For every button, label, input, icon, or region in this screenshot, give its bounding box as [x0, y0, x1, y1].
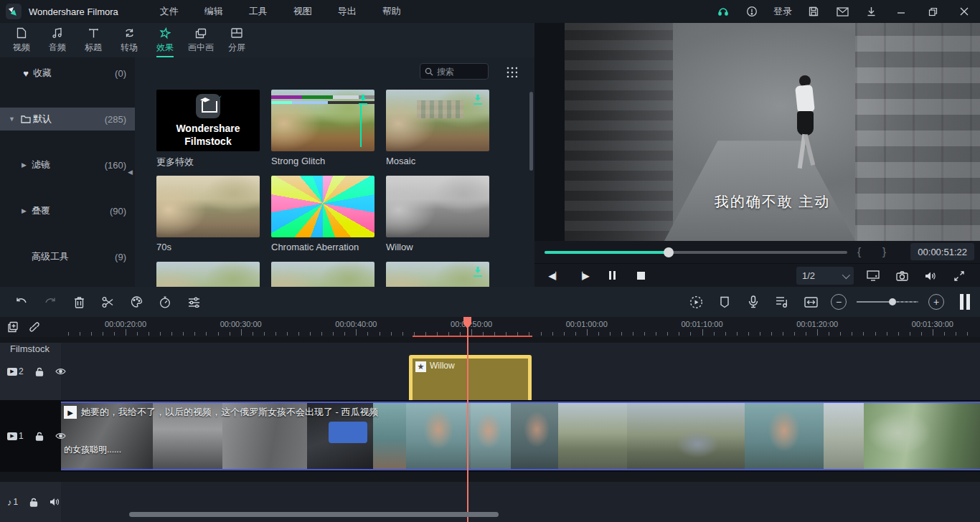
video-track-1[interactable]: ▶ 她要的，我给不了，以后的视频，这个俄罗斯女孩不会出现了 - 西瓜视频 的女孩… [0, 400, 980, 472]
mail-icon[interactable] [828, 0, 857, 23]
support-headset-icon[interactable] [709, 0, 738, 23]
fullscreen-icon[interactable] [945, 264, 974, 288]
info-icon[interactable] [738, 0, 766, 23]
record-voiceover-mic-icon[interactable] [739, 287, 768, 317]
effect-item-Chromatic Aberration[interactable]: Chromatic Aberration [271, 176, 374, 253]
tab-视频[interactable]: 视频 [4, 23, 39, 57]
effect-item-Willow[interactable]: Willow [386, 176, 489, 253]
marker-icon[interactable] [710, 287, 739, 317]
close-button[interactable] [948, 0, 980, 23]
lock-icon[interactable] [29, 498, 38, 507]
vertical-bars-icon[interactable] [960, 294, 970, 310]
minimize-button[interactable] [885, 0, 917, 23]
mark-out-button[interactable]: } [882, 245, 886, 257]
mark-in-button[interactable]: { [857, 245, 861, 257]
effect-item-row3-7[interactable] [271, 262, 374, 287]
timeline-zoom-slider[interactable] [857, 287, 918, 317]
login-button[interactable]: 登录 [766, 5, 799, 18]
download-effect-icon[interactable] [357, 94, 369, 107]
previous-frame-button[interactable]: ◀▏ [540, 264, 569, 288]
zoom-in-icon[interactable]: + [928, 294, 944, 310]
lock-icon[interactable] [35, 367, 44, 376]
splitscreen-icon [231, 27, 242, 39]
sidebar-item-收藏[interactable]: ♥收藏(0) [0, 62, 135, 85]
media-tabs-toolbar: 视频音频标题转场效果画中画分屏 [0, 23, 534, 57]
titles-icon [88, 27, 99, 39]
zoom-out-icon[interactable]: − [831, 294, 847, 310]
search-input[interactable] [437, 67, 480, 77]
transport-controls: ◀▏ ▕▶ 1/2 [534, 263, 980, 287]
render-preview-icon[interactable] [682, 287, 710, 317]
tab-分屏[interactable]: 分屏 [219, 23, 255, 57]
sidebar-item-滤镜[interactable]: ▶滤镜(160) [0, 153, 135, 176]
tab-标题[interactable]: 标题 [75, 23, 111, 57]
tab-画中画[interactable]: 画中画 [183, 23, 219, 57]
effect-item-Mosaic[interactable]: Mosaic [386, 90, 489, 167]
download-icon[interactable] [857, 0, 885, 23]
display-device-icon[interactable] [859, 264, 887, 288]
menu-5[interactable]: 导出 [325, 0, 369, 23]
eye-visibility-icon[interactable] [55, 432, 66, 440]
speaker-icon[interactable] [50, 498, 60, 506]
menu-3[interactable]: 工具 [236, 0, 281, 23]
preview-video: 我的确不敢 主动 [565, 23, 980, 241]
tab-音频[interactable]: 音频 [39, 23, 75, 57]
effect-item-row3-8[interactable] [386, 262, 489, 287]
effect-item-row3-6[interactable] [156, 262, 260, 287]
timeline-horizontal-scrollbar[interactable] [129, 512, 499, 517]
fit-timeline-icon[interactable] [796, 287, 825, 317]
add-clip-icon[interactable] [7, 321, 19, 333]
folder-icon [19, 115, 33, 123]
snapshot-camera-icon[interactable] [887, 264, 916, 288]
speed-timer-icon[interactable] [151, 287, 179, 317]
search-box[interactable] [420, 63, 489, 80]
sidebar-item-Filmstock[interactable]: Filmstock [0, 337, 135, 360]
delete-icon[interactable] [65, 287, 93, 317]
clip-caption-text: 的女孩聪明...... [64, 444, 121, 456]
playback-rate-select[interactable]: 1/2 [796, 267, 854, 285]
redo-icon[interactable] [36, 287, 65, 317]
sidebar-item-叠覆[interactable]: ▶叠覆(90) [0, 199, 135, 222]
menu-6[interactable]: 帮助 [369, 0, 414, 23]
download-effect-icon[interactable] [472, 266, 484, 279]
menu-2[interactable]: 编辑 [192, 0, 236, 23]
play-next-frame-button[interactable]: ▕▶ [569, 264, 598, 288]
seek-slider[interactable] [545, 251, 847, 254]
titlebar: Wondershare Filmora 文件编辑工具视图导出帮助 登录 [0, 0, 980, 23]
eye-visibility-icon[interactable] [55, 368, 66, 375]
audio-mixer-icon[interactable] [768, 287, 796, 317]
filmstock-logo-icon [196, 94, 220, 118]
zoom-slider-thumb[interactable] [889, 298, 896, 305]
effect-name: Strong Glitch [271, 156, 374, 167]
pause-button[interactable] [598, 264, 626, 288]
restore-button[interactable] [917, 0, 948, 23]
seek-thumb[interactable] [664, 247, 674, 257]
tab-效果[interactable]: 效果 [147, 23, 183, 57]
willow-effect-clip[interactable]: ★ Willow [409, 355, 532, 405]
video-track-2[interactable]: ★ Willow ▶2 [0, 343, 980, 400]
filmstock-card[interactable]: WondershareFilmstock更多特效 [156, 90, 260, 167]
menu-4[interactable]: 视图 [281, 0, 325, 23]
split-scissors-icon[interactable] [93, 287, 122, 317]
effects-scrollbar[interactable] [529, 92, 533, 171]
sidebar-item-高级工具[interactable]: 高级工具(9) [0, 245, 135, 268]
color-palette-icon[interactable] [122, 287, 151, 317]
tab-转场[interactable]: 转场 [111, 23, 147, 57]
grid-view-icon[interactable] [506, 66, 517, 77]
save-icon[interactable] [799, 0, 828, 23]
effect-item-Strong Glitch[interactable]: Strong Glitch [271, 90, 374, 167]
sidebar-collapse-icon[interactable]: ◀ [128, 166, 135, 178]
volume-icon[interactable] [916, 264, 945, 288]
download-effect-icon[interactable] [472, 94, 484, 107]
undo-icon[interactable] [7, 287, 36, 317]
timeline-ruler[interactable]: 00:00:20:0000:00:30:0000:00:40:0000:00:5… [0, 317, 980, 337]
sidebar-item-默认[interactable]: ▼默认(285) [0, 108, 135, 130]
adjust-sliders-icon[interactable] [179, 287, 208, 317]
main-video-clip[interactable]: ▶ 她要的，我给不了，以后的视频，这个俄罗斯女孩不会出现了 - 西瓜视频 的女孩… [61, 402, 980, 470]
menu-1[interactable]: 文件 [147, 0, 192, 23]
link-clips-icon[interactable] [29, 321, 40, 333]
lock-icon[interactable] [35, 432, 44, 441]
effect-name: Mosaic [386, 156, 489, 167]
effect-item-70s[interactable]: 70s [156, 176, 260, 253]
stop-button[interactable] [626, 264, 655, 288]
